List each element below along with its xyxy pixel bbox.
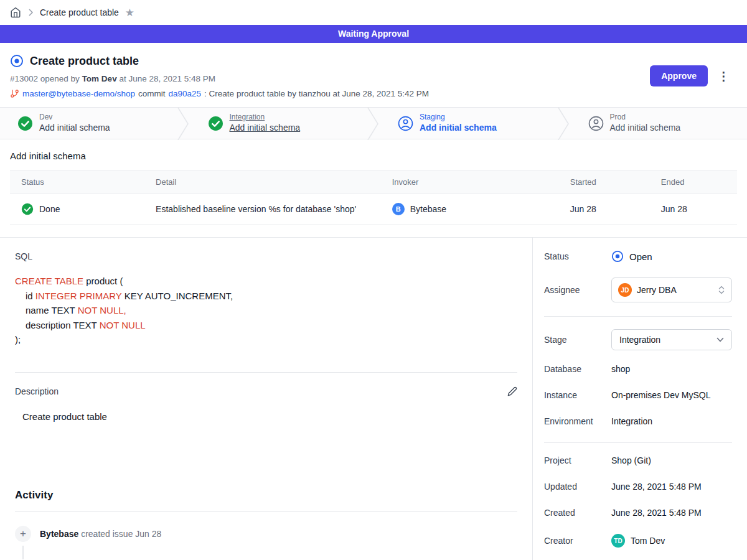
pipeline-stage-bar: Dev Add initial schema Integration Add i… <box>0 107 747 139</box>
stage-staging[interactable]: Staging Add initial schema <box>380 108 557 139</box>
commit-word: commit <box>138 89 166 98</box>
edit-pencil-icon[interactable] <box>507 386 517 396</box>
column-header-ended: Ended <box>650 170 737 194</box>
main-content: SQL CREATE TABLE product (id INTEGER PRI… <box>0 237 747 560</box>
database-label: Database <box>544 364 611 374</box>
stage-separator <box>367 108 380 140</box>
issue-open-status-icon <box>10 54 24 68</box>
divider <box>544 442 732 443</box>
task-table: Status Detail Invoker Started Ended <box>10 170 737 225</box>
issue-sidebar: Status Open Assignee JD Jerry DBA <box>532 238 747 560</box>
environment-value: Integration <box>611 416 652 426</box>
instance-label: Instance <box>544 390 611 400</box>
assignee-select[interactable]: JD Jerry DBA <box>611 278 732 302</box>
home-icon[interactable] <box>10 7 21 18</box>
divider <box>15 372 517 373</box>
approve-button[interactable]: Approve <box>650 65 708 86</box>
activity-actor: Bytebase <box>40 529 78 539</box>
avatar: TD <box>611 534 625 548</box>
stage-env-label: Dev <box>39 113 110 121</box>
stage-task-label: Add initial schema <box>420 122 497 134</box>
stage-env-label: Staging <box>420 113 497 121</box>
created-label: Created <box>544 508 611 518</box>
chevron-up-down-icon <box>718 285 725 295</box>
issue-meta: #13002 opened by Tom Dev at June 28, 202… <box>10 74 650 83</box>
task-heading: Add initial schema <box>10 151 737 161</box>
open-status-icon <box>611 250 624 263</box>
project-label: Project <box>544 455 611 465</box>
divider <box>15 511 517 512</box>
database-value: shop <box>611 364 630 374</box>
issue-header-left: Create product table #13002 opened by To… <box>10 54 650 98</box>
stage-select[interactable]: Integration <box>611 329 732 350</box>
commit-row: master@bytebase-demo/shop commit da90a25… <box>10 89 650 98</box>
more-options-icon[interactable]: ⋮ <box>715 69 732 83</box>
status-badge: Open <box>629 251 652 262</box>
sql-label: SQL <box>15 251 517 261</box>
issue-meta-suffix: at June 28, 2021 5:48 PM <box>119 74 215 83</box>
task-ended: Jun 28 <box>650 194 737 225</box>
stage-dev[interactable]: Dev Add initial schema <box>0 108 177 139</box>
stage-label: Stage <box>544 335 611 345</box>
description-text: Create product table <box>15 411 517 422</box>
creator-label: Creator <box>544 536 611 546</box>
approval-banner: Waiting Approval <box>0 25 747 43</box>
branch-link[interactable]: master@bytebase-demo/shop <box>22 89 135 98</box>
task-detail: Established baseline version %s for data… <box>144 194 381 225</box>
column-header-detail: Detail <box>144 170 381 194</box>
avatar: B <box>392 203 405 215</box>
task-status: Done <box>39 204 60 214</box>
commit-message: : Create product table by tianzhou at Ju… <box>204 89 429 98</box>
activity-action: created issue Jun 28 <box>81 529 161 539</box>
updated-label: Updated <box>544 482 611 492</box>
person-circle-icon <box>588 116 604 131</box>
divider <box>544 316 732 317</box>
stage-integration[interactable]: Integration Add initial schema <box>190 108 367 139</box>
issue-author: Tom Dev <box>82 74 117 83</box>
creator-name: Tom Dev <box>631 536 665 546</box>
person-circle-icon <box>398 116 413 131</box>
breadcrumb-title: Create product table <box>40 7 119 17</box>
description-label: Description <box>15 386 59 396</box>
column-header-invoker: Invoker <box>381 170 559 194</box>
updated-value: June 28, 2021 5:48 PM <box>611 482 702 492</box>
issue-header-actions: Approve ⋮ <box>650 54 732 86</box>
issue-header: Create product table #13002 opened by To… <box>0 43 747 107</box>
stage-prod[interactable]: Prod Add initial schema <box>571 108 747 139</box>
timeline-connector <box>22 546 24 559</box>
stage-env-label: Prod <box>610 113 681 121</box>
breadcrumb: Create product table ★ <box>0 0 747 25</box>
git-branch-icon <box>10 89 19 98</box>
stage-value: Integration <box>619 335 660 345</box>
stage-separator <box>177 108 190 140</box>
activity-heading: Activity <box>15 489 517 502</box>
chevron-right-icon <box>27 9 34 16</box>
stage-task-label: Add initial schema <box>39 122 110 134</box>
assignee-name: Jerry DBA <box>637 285 677 295</box>
commit-hash-link[interactable]: da90a25 <box>169 89 202 98</box>
column-header-started: Started <box>559 170 650 194</box>
task-section: Add initial schema Status Detail Invoker… <box>0 139 747 237</box>
project-value: Shop (Git) <box>611 455 651 465</box>
stage-separator <box>557 108 571 140</box>
instance-value: On-premises Dev MySQL <box>611 390 710 400</box>
page-title: Create product table <box>30 55 139 68</box>
chevron-down-icon <box>716 337 724 342</box>
check-circle-icon <box>208 116 223 131</box>
stage-env-label: Integration <box>230 113 301 121</box>
star-icon[interactable]: ★ <box>125 7 134 18</box>
column-header-status: Status <box>10 170 144 194</box>
assignee-label: Assignee <box>544 285 611 295</box>
table-row[interactable]: Done Established baseline version %s for… <box>10 194 737 225</box>
check-circle-icon <box>17 116 33 131</box>
avatar: JD <box>618 283 632 297</box>
environment-label: Environment <box>544 416 611 426</box>
check-circle-icon <box>21 203 34 215</box>
issue-meta-prefix: #13002 opened by <box>10 74 80 83</box>
created-value: June 28, 2021 5:48 PM <box>611 508 702 518</box>
task-started: Jun 28 <box>559 194 650 225</box>
status-label: Status <box>544 251 611 261</box>
stage-task-label: Add initial schema <box>610 122 681 134</box>
list-item: + Bytebase created issue Jun 28 <box>15 526 517 542</box>
sql-code: CREATE TABLE product (id INTEGER PRIMARY… <box>15 274 517 347</box>
